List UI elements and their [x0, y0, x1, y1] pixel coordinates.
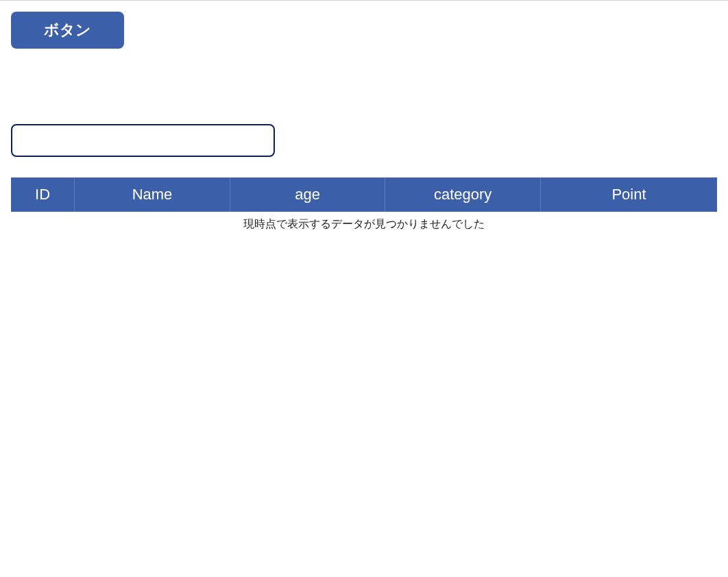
column-header-name[interactable]: Name	[75, 177, 230, 212]
table-header-row: ID Name age category Point	[11, 177, 717, 212]
column-header-point[interactable]: Point	[540, 177, 717, 212]
search-input[interactable]	[11, 124, 275, 157]
data-table: ID Name age category Point	[11, 177, 717, 212]
column-header-age[interactable]: age	[230, 177, 385, 212]
main-button[interactable]: ボタン	[11, 12, 124, 49]
table-empty-message: 現時点で表示するデータが見つかりませんでした	[11, 212, 717, 237]
column-header-id[interactable]: ID	[11, 177, 75, 212]
column-header-category[interactable]: category	[385, 177, 541, 212]
